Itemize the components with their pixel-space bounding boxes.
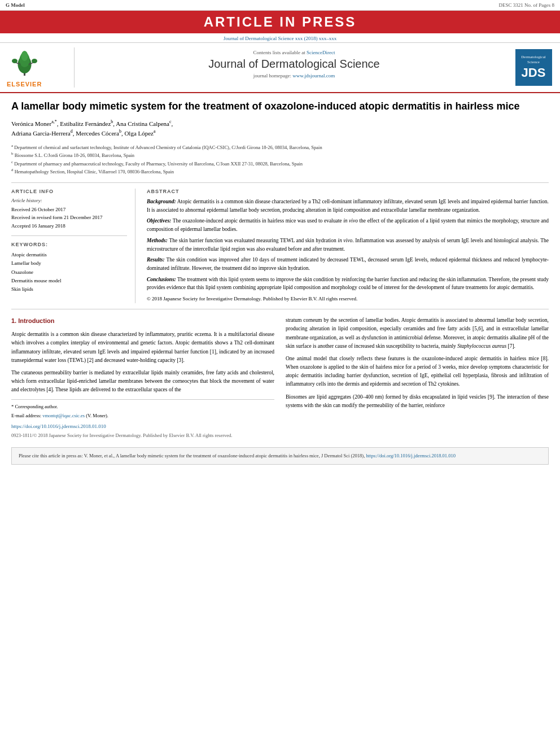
- abstract-label: ABSTRACT: [147, 189, 549, 194]
- body-content: 1. Introduction Atopic dermatitis is a c…: [11, 309, 549, 439]
- journal-header-bar: Journal of Dermatological Science xxx (2…: [0, 33, 560, 43]
- citation-text: Please cite this article in press as: V.…: [19, 453, 365, 458]
- abstract-copyright: © 2018 Japanese Society for Investigativ…: [147, 295, 549, 303]
- results-text: The skin condition was improved after 10…: [147, 257, 549, 271]
- doi-copyright: 0923-1811/© 2018 Japanese Society for In…: [11, 432, 274, 439]
- two-col-body: 1. Introduction Atopic dermatitis is a c…: [11, 316, 549, 439]
- pages-label: DESC 3321 No. of Pages 8: [499, 2, 555, 8]
- journal-logo-right: Dermatological Science JDS: [514, 47, 553, 88]
- svg-point-7: [12, 59, 18, 63]
- author-veronica: Verónica Monera,*,: [11, 120, 60, 127]
- accepted-date: Accepted 16 January 2018: [11, 222, 127, 230]
- svg-point-8: [32, 59, 37, 63]
- keyword-5: Skin lipids: [11, 285, 127, 294]
- article-history: Article history: Received 26 October 201…: [11, 198, 127, 230]
- history-title: Article history:: [11, 198, 127, 203]
- affiliation-d: d Hematopathology Section, Hospital Clín…: [11, 167, 549, 176]
- footnotes-section: * Corresponding author. E-mail address: …: [11, 399, 274, 420]
- email-link[interactable]: vmontqt@iqac.csic.es: [42, 413, 85, 418]
- section1-heading: 1. Introduction: [11, 316, 274, 326]
- keyword-4: Dermatitis mouse model: [11, 277, 127, 285]
- jds-logo-top-text: Dermatological Science: [518, 55, 550, 64]
- body-col-right: stratum corneum by the secretion of lame…: [286, 316, 549, 439]
- article-info-column: ARTICLE INFO Article history: Received 2…: [11, 189, 135, 303]
- journal-info-row: ELSEVIER Contents lists available at Sci…: [0, 43, 560, 93]
- body-para-2: The cutaneous permeability barrier is me…: [11, 369, 274, 395]
- email-suffix: (V. Moner).: [86, 413, 108, 418]
- journal-homepage-link[interactable]: www.jdsjournal.com: [292, 73, 335, 78]
- footnote-corresponding: * Corresponding author.: [11, 403, 274, 410]
- elsevier-logo: ELSEVIER: [7, 47, 75, 88]
- keyword-3: Oxazolone: [11, 268, 127, 277]
- contents-line: Contents lists available at ScienceDirec…: [86, 50, 502, 55]
- elsevier-wordmark: ELSEVIER: [7, 81, 42, 88]
- keyword-1: Atopic dermatitis: [11, 251, 127, 259]
- elsevier-tree-icon: [9, 47, 40, 78]
- conclusions-label: Conclusions:: [147, 277, 176, 282]
- keyword-2: Lamellar body: [11, 259, 127, 268]
- author-ana: Ana Cristina Calpenac,: [116, 120, 173, 127]
- results-label: Results:: [147, 257, 165, 263]
- main-content: A lamellar body mimetic system for the t…: [0, 93, 560, 471]
- journal-title-center: Contents lists available at ScienceDirec…: [80, 47, 508, 88]
- keywords-section: Keywords: Atopic dermatitis Lamellar bod…: [11, 242, 127, 294]
- model-label: G Model: [6, 2, 25, 8]
- body-para-right-3: Biosomes are lipid aggregates (200–400 n…: [286, 393, 549, 410]
- sciencedirect-link[interactable]: ScienceDirect: [307, 50, 335, 55]
- abstract-text: Background: Atopic dermatitis is a commo…: [147, 198, 549, 303]
- article-title: A lamellar body mimetic system for the t…: [11, 100, 549, 113]
- article-in-press-bar: ARTICLE IN PRESS: [0, 11, 560, 33]
- objectives-text: The oxazolone-induced atopic dermatitis …: [147, 218, 549, 232]
- footnote-email: E-mail address: vmontqt@iqac.csic.es (V.…: [11, 412, 274, 420]
- revised-date: Received in revised form 21 December 201…: [11, 213, 127, 221]
- journal-title: Journal of Dermatological Science: [86, 58, 502, 71]
- keywords-label: Keywords:: [11, 242, 127, 247]
- conclusions-text: The treatment with this lipid system see…: [147, 277, 549, 291]
- journal-homepage: journal homepage: www.jdsjournal.com: [86, 73, 502, 78]
- article-info-abstract-section: ARTICLE INFO Article history: Received 2…: [11, 182, 549, 303]
- abstract-column: ABSTRACT Background: Atopic dermatitis i…: [147, 189, 549, 303]
- author-estibalitz: Estibalitz Fernándezb,: [60, 120, 116, 127]
- svg-point-4: [21, 51, 28, 61]
- body-para-right-1: stratum corneum by the secretion of lame…: [286, 316, 549, 351]
- jds-logo-box: Dermatological Science JDS: [515, 49, 552, 86]
- doi-link[interactable]: https://doi.org/10.1016/j.jdermsci.2018.…: [11, 423, 274, 431]
- authors: Verónica Monera,*, Estibalitz Fernándezb…: [11, 119, 549, 138]
- author-adriana: Adriana Garcia-Herrerad,: [11, 130, 76, 137]
- body-para-1: Atopic dermatitis is a common skin disea…: [11, 330, 274, 365]
- methods-label: Methods:: [147, 238, 168, 243]
- body-col-left: 1. Introduction Atopic dermatitis is a c…: [11, 316, 274, 439]
- affiliation-a: a Department of chemical and surfactant …: [11, 143, 549, 151]
- article-info-label: ARTICLE INFO: [11, 189, 127, 194]
- author-olga: Olga Lópeza: [124, 130, 155, 137]
- body-para-right-2: One animal model that closely reflects t…: [286, 355, 549, 389]
- methods-text: The skin barrier function was evaluated …: [147, 238, 549, 252]
- received-date: Received 26 October 2017: [11, 206, 127, 213]
- background-label: Background:: [147, 199, 176, 204]
- top-header-bar: G Model DESC 3321 No. of Pages 8: [0, 0, 560, 11]
- affiliation-b: b Biossome S.L. C/Jordi Girona 18-26, 08…: [11, 151, 549, 159]
- article-in-press-text: ARTICLE IN PRESS: [204, 14, 357, 29]
- author-mercedes: Mercedes Cócerab,: [76, 130, 124, 137]
- citation-box: Please cite this article in press as: V.…: [11, 447, 549, 465]
- citation-link[interactable]: https://doi.org/10.1016/j.jdermsci.2018.…: [366, 453, 456, 458]
- jds-logo-abbr: JDS: [522, 65, 546, 80]
- background-text: Atopic dermatitis is a common skin disea…: [147, 199, 549, 213]
- affiliations: a Department of chemical and surfactant …: [11, 143, 549, 176]
- objectives-label: Objectives:: [147, 218, 171, 224]
- affiliation-c: c Department of pharmacy and pharmaceuti…: [11, 159, 549, 168]
- journal-info-line: Journal of Dermatological Science xxx (2…: [224, 36, 336, 41]
